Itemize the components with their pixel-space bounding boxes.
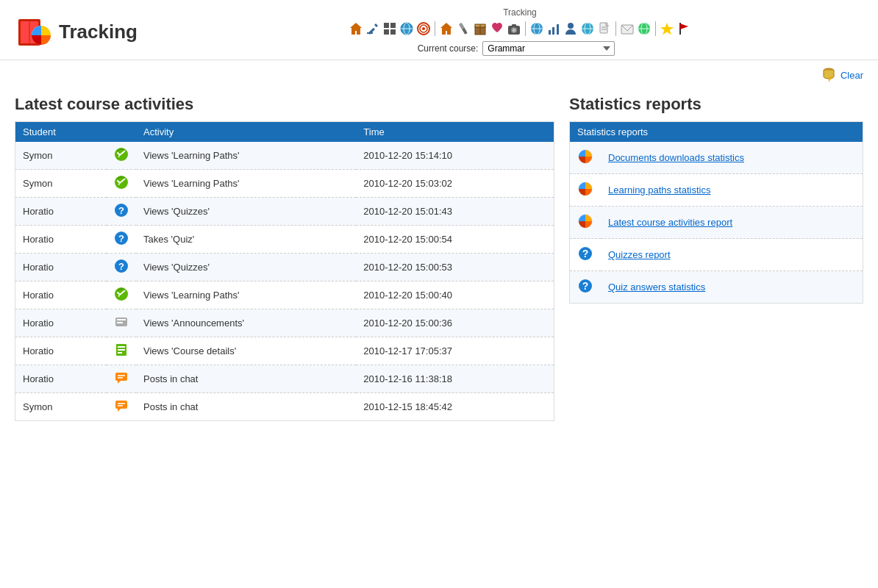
flag-icon[interactable] bbox=[676, 21, 692, 37]
svg-rect-63 bbox=[115, 373, 127, 381]
tools-icon[interactable] bbox=[455, 21, 471, 37]
globe4-icon[interactable] bbox=[636, 21, 652, 37]
svg-point-24 bbox=[513, 29, 516, 32]
clear-button[interactable]: Clear bbox=[821, 66, 863, 85]
student-cell: Horatio bbox=[15, 226, 107, 254]
activity-table: Student Activity Time Symon Views 'Learn… bbox=[15, 121, 554, 421]
stats-link[interactable]: Documents downloads statistics bbox=[608, 152, 744, 163]
edit-icon[interactable] bbox=[365, 21, 381, 37]
stats-table-row: Learning paths statistics bbox=[570, 174, 863, 207]
toolbar-sep-4 bbox=[655, 21, 656, 36]
toolbar-icons bbox=[348, 21, 692, 37]
time-cell: 2010-12-16 11:38:18 bbox=[356, 365, 554, 393]
svg-text:?: ? bbox=[118, 205, 124, 216]
toolbar-wrapper: Tracking bbox=[176, 7, 863, 56]
svg-point-16 bbox=[422, 27, 425, 30]
stats-link[interactable]: Learning paths statistics bbox=[608, 184, 710, 196]
svg-rect-7 bbox=[384, 23, 389, 28]
col-time: Time bbox=[356, 122, 554, 143]
stats-link-cell: Documents downloads statistics bbox=[601, 142, 863, 174]
svg-rect-62 bbox=[118, 352, 122, 354]
time-cell: 2010-12-20 15:14:10 bbox=[356, 142, 554, 170]
time-cell: 2010-12-20 15:03:02 bbox=[356, 170, 554, 198]
activity-icon-cell bbox=[107, 170, 136, 198]
stats-table-row: ? Quiz answers statistics bbox=[570, 271, 863, 304]
toolbar-sep-3 bbox=[615, 21, 616, 36]
check-icon[interactable] bbox=[489, 21, 505, 37]
stats-title: Statistics reports bbox=[569, 95, 863, 114]
star-icon[interactable] bbox=[659, 21, 675, 37]
stats-icon-cell: ? bbox=[570, 239, 602, 271]
stats-link[interactable]: Quizzes report bbox=[608, 249, 671, 260]
course-select[interactable]: Grammar Mathematics Science English bbox=[482, 41, 615, 56]
activity-icon-cell bbox=[107, 337, 136, 365]
app-title: Tracking bbox=[59, 21, 138, 43]
grid-icon[interactable] bbox=[382, 21, 398, 37]
activity-cell: Views 'Learning Paths' bbox=[136, 170, 356, 198]
stats-link-cell: Latest course activities report bbox=[601, 207, 863, 239]
course-selector: Current course: Grammar Mathematics Scie… bbox=[418, 41, 615, 56]
stats-link-cell: Quiz answers statistics bbox=[601, 271, 863, 304]
time-cell: 2010-12-15 18:45:42 bbox=[356, 393, 554, 421]
svg-rect-67 bbox=[115, 401, 127, 409]
activity-table-row: Symon Views 'Learning Paths' 2010-12-20 … bbox=[15, 170, 554, 198]
activities-title: Latest course activities bbox=[15, 95, 554, 114]
person-icon[interactable] bbox=[563, 21, 579, 37]
activity-cell: Takes 'Quiz' bbox=[136, 226, 356, 254]
chart-icon[interactable] bbox=[546, 21, 562, 37]
svg-rect-29 bbox=[549, 30, 551, 35]
activity-cell: Posts in chat bbox=[136, 393, 356, 421]
activity-table-row: Horatio Views 'Announcements' 2010-12-20… bbox=[15, 309, 554, 337]
activity-table-body: Symon Views 'Learning Paths' 2010-12-20 … bbox=[15, 142, 554, 421]
student-cell: Horatio bbox=[15, 254, 107, 282]
activity-table-row: Horatio ? Views 'Quizzes' 2010-12-20 15:… bbox=[15, 254, 554, 282]
header: Tracking Tracking bbox=[0, 0, 878, 60]
activity-table-row: Horatio ? Takes 'Quiz' 2010-12-20 15:00:… bbox=[15, 226, 554, 254]
box-icon[interactable] bbox=[472, 21, 488, 37]
home-icon[interactable] bbox=[348, 21, 364, 37]
svg-point-32 bbox=[568, 23, 574, 29]
activity-icon-cell bbox=[107, 393, 136, 421]
clear-label: Clear bbox=[840, 70, 863, 81]
camera-icon[interactable] bbox=[506, 21, 522, 37]
time-cell: 2010-12-20 15:00:53 bbox=[356, 254, 554, 282]
stats-link[interactable]: Latest course activities report bbox=[608, 217, 732, 228]
stats-link-cell: Quizzes report bbox=[601, 239, 863, 271]
time-cell: 2010-12-20 15:00:36 bbox=[356, 309, 554, 337]
svg-rect-58 bbox=[117, 322, 123, 323]
toolbar-sep-2 bbox=[525, 21, 526, 36]
stats-table: Statistics reports Documents downloads s… bbox=[569, 121, 863, 304]
col-student: Student bbox=[15, 122, 107, 143]
doc-icon[interactable] bbox=[596, 21, 613, 37]
stats-link[interactable]: Quiz answers statistics bbox=[608, 282, 705, 293]
target-icon[interactable] bbox=[415, 21, 432, 37]
svg-rect-60 bbox=[118, 346, 125, 348]
svg-rect-6 bbox=[367, 32, 373, 34]
main-content: Latest course activities Student Activit… bbox=[0, 87, 878, 429]
home2-icon[interactable] bbox=[438, 21, 454, 37]
globe3-icon[interactable] bbox=[579, 21, 596, 37]
toolbar-title: Tracking bbox=[503, 7, 537, 18]
svg-text:?: ? bbox=[118, 261, 124, 272]
student-cell: Horatio bbox=[15, 365, 107, 393]
activity-cell: Views 'Quizzes' bbox=[136, 254, 356, 282]
svg-marker-43 bbox=[660, 23, 674, 35]
left-panel: Latest course activities Student Activit… bbox=[15, 95, 554, 421]
mail-icon[interactable] bbox=[619, 21, 635, 37]
svg-marker-5 bbox=[374, 24, 378, 27]
svg-rect-9 bbox=[384, 29, 389, 35]
toolbar-sep-1 bbox=[435, 21, 435, 36]
svg-text:?: ? bbox=[118, 233, 124, 244]
globe2-icon[interactable] bbox=[529, 21, 545, 37]
col-icon bbox=[107, 122, 136, 143]
activity-table-row: Horatio Views 'Course details' 2010-12-1… bbox=[15, 337, 554, 365]
course-label: Current course: bbox=[418, 43, 479, 54]
svg-text:?: ? bbox=[582, 280, 589, 292]
stats-table-body: Documents downloads statistics Learning … bbox=[570, 142, 863, 304]
activity-cell: Views 'Announcements' bbox=[136, 309, 356, 337]
activity-table-row: Horatio Posts in chat 2010-12-16 11:38:1… bbox=[15, 365, 554, 393]
globe-icon-1[interactable] bbox=[399, 21, 415, 37]
activity-table-row: Symon Views 'Learning Paths' 2010-12-20 … bbox=[15, 142, 554, 170]
time-cell: 2010-12-17 17:05:37 bbox=[356, 337, 554, 365]
col-activity: Activity bbox=[136, 122, 356, 143]
